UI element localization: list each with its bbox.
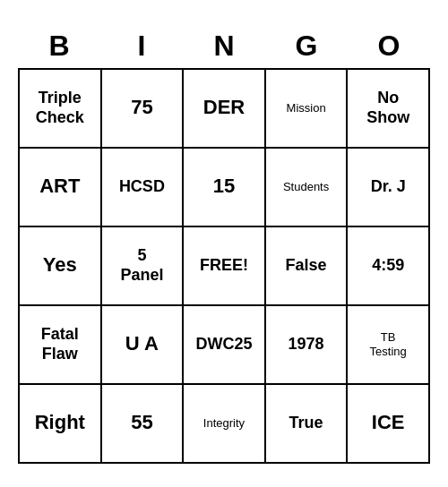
bingo-grid: TripleCheck75DERMissionNoShowARTHCSD15St… <box>18 68 430 464</box>
bingo-header: BINGO <box>18 24 430 68</box>
bingo-cell-3: Mission <box>266 70 349 149</box>
bingo-cell-8: Students <box>266 149 349 227</box>
bingo-cell-19: TBTesting <box>348 306 430 385</box>
bingo-cell-11: 5Panel <box>102 227 185 306</box>
bingo-cell-2: DER <box>184 70 266 149</box>
header-letter-n: N <box>183 24 265 68</box>
bingo-cell-0: TripleCheck <box>20 70 102 149</box>
header-letter-i: I <box>100 24 183 68</box>
bingo-cell-9: Dr. J <box>348 149 430 227</box>
bingo-cell-6: HCSD <box>102 149 185 227</box>
header-letter-b: B <box>18 24 100 68</box>
header-letter-o: O <box>348 24 430 68</box>
bingo-cell-20: Right <box>20 385 102 464</box>
bingo-cell-22: Integrity <box>184 385 266 464</box>
bingo-cell-21: 55 <box>102 385 185 464</box>
bingo-cell-17: DWC25 <box>184 306 266 385</box>
bingo-cell-16: U A <box>102 306 185 385</box>
bingo-cell-4: NoShow <box>348 70 430 149</box>
bingo-cell-12: FREE! <box>184 227 266 306</box>
bingo-cell-24: ICE <box>348 385 430 464</box>
bingo-cell-18: 1978 <box>266 306 349 385</box>
bingo-cell-7: 15 <box>184 149 266 227</box>
bingo-cell-10: Yes <box>20 227 102 306</box>
bingo-cell-1: 75 <box>102 70 185 149</box>
bingo-cell-23: True <box>266 385 349 464</box>
bingo-cell-14: 4:59 <box>348 227 430 306</box>
bingo-cell-5: ART <box>20 149 102 227</box>
bingo-cell-15: FatalFlaw <box>20 306 102 385</box>
header-letter-g: G <box>265 24 348 68</box>
bingo-cell-13: False <box>266 227 349 306</box>
